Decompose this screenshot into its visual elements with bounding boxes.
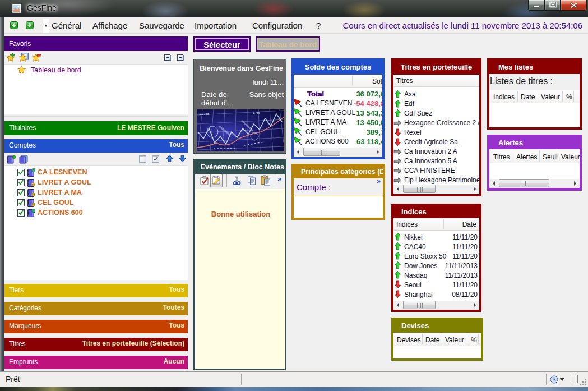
svg-text:1.786: 1.786	[253, 111, 260, 114]
svg-text:1.7768: 1.7768	[199, 112, 210, 116]
